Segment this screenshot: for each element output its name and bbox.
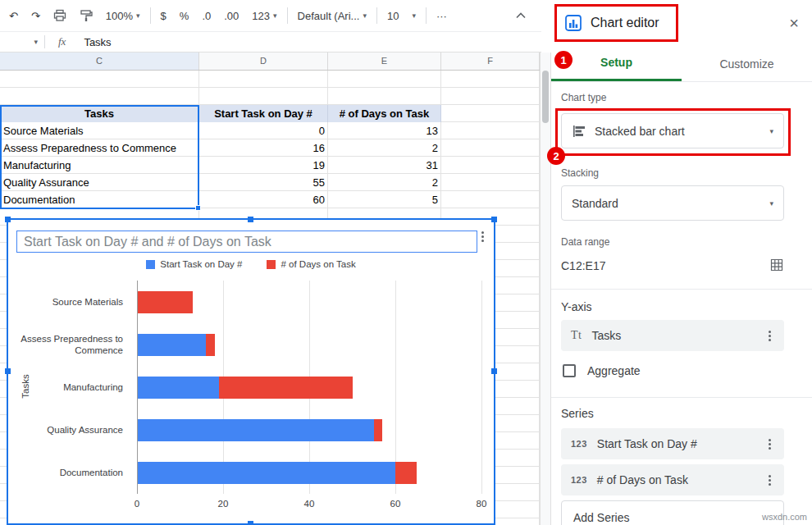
sheet-cell[interactable]: Documentation [0, 191, 199, 208]
series-field[interactable]: 123 Start Task on Day # [561, 428, 784, 459]
panel-header: Chart editor × [551, 0, 812, 46]
x-tick-label: 60 [390, 499, 401, 509]
sheet-cell[interactable]: 19 [199, 157, 328, 174]
chart-plot [137, 281, 481, 494]
resize-handle[interactable] [491, 368, 497, 374]
legend-swatch-red [267, 260, 276, 269]
legend-swatch-blue [146, 260, 155, 269]
chart-menu-button[interactable] [477, 230, 487, 247]
chart-type-value: Stacked bar chart [595, 125, 685, 138]
aggregate-checkbox[interactable] [563, 364, 576, 377]
chart-editor-panel: Chart editor × Setup Customize Chart typ… [551, 0, 812, 525]
bar-row [137, 451, 481, 494]
y-axis-section-label: Y-axis [561, 300, 592, 313]
x-tick-label: 20 [218, 499, 229, 509]
gridline [137, 281, 138, 494]
sheet-cell[interactable]: Manufacturing [0, 157, 199, 174]
legend-item: # of Days on Task [267, 259, 355, 269]
sheet-cell[interactable]: 13 [328, 122, 441, 139]
table-header-cell[interactable]: Tasks [0, 105, 199, 122]
sheet-cell[interactable]: Assess Preparedness to Commence [0, 139, 199, 157]
y-axis-field[interactable]: Tt Tasks [561, 320, 784, 351]
bar-segment [137, 334, 206, 356]
kebab-menu-icon [477, 230, 487, 244]
section-divider [551, 397, 812, 398]
legend-label: # of Days on Task [281, 259, 355, 269]
tab-customize[interactable]: Customize [682, 46, 812, 81]
google-sheets-app: ↶ ↷ 100% ▾ $ % .0 .00 123 ▾ Default (Ari… [0, 0, 812, 525]
watermark: wsxdn.com [762, 512, 807, 522]
sheet-cell[interactable]: 2 [328, 174, 441, 191]
bar-segment [219, 377, 353, 399]
bar-row [137, 281, 481, 323]
bar-segment [206, 334, 215, 356]
kebab-menu-icon[interactable] [764, 437, 774, 451]
chart-title[interactable]: Start Task on Day # and # of Days on Tas… [16, 231, 477, 253]
sheet-cell[interactable]: 55 [199, 174, 328, 191]
resize-handle[interactable] [5, 368, 11, 374]
series-field[interactable]: 123 # of Days on Task [561, 464, 784, 495]
chart-type-label: Chart type [561, 92, 606, 103]
stacked-bar-chart-icon [572, 124, 586, 139]
table-header-cell[interactable]: Start Task on Day # [199, 105, 328, 122]
bar-segment [137, 462, 395, 484]
x-tick-label: 0 [135, 499, 139, 509]
table-header-cell[interactable]: # of Days on Task [328, 105, 441, 122]
sheet-cell[interactable]: 2 [328, 139, 441, 157]
bar-segment [137, 377, 219, 399]
kebab-menu-icon[interactable] [764, 473, 774, 487]
bar-row [137, 409, 481, 451]
resize-handle[interactable] [491, 217, 497, 222]
number-type-icon: 123 [571, 475, 587, 485]
close-icon[interactable]: × [789, 15, 799, 31]
series-value: Start Task on Day # [597, 437, 697, 450]
scrollbar-thumb[interactable] [542, 71, 549, 123]
chevron-down-icon: ▾ [769, 199, 773, 208]
series-value: # of Days on Task [597, 473, 688, 486]
vertical-scrollbar[interactable] [540, 52, 551, 525]
resize-handle[interactable] [248, 521, 253, 525]
chart-editor-icon [564, 14, 582, 32]
embedded-chart[interactable]: Start Task on Day # and # of Days on Tas… [7, 218, 495, 525]
add-series-button[interactable]: Add Series [561, 500, 784, 525]
sheet-cell[interactable]: 16 [199, 139, 328, 157]
legend-item: Start Task on Day # [146, 259, 242, 269]
legend-label: Start Task on Day # [160, 259, 242, 269]
bar-segment [395, 462, 417, 484]
data-range-label: Data range [561, 236, 609, 248]
resize-handle[interactable] [248, 217, 253, 222]
select-range-button[interactable] [769, 258, 784, 275]
x-tick-label: 40 [304, 499, 315, 509]
stacking-value: Standard [572, 197, 618, 210]
aggregate-label: Aggregate [587, 364, 641, 377]
annotation-step-1: 1 [554, 51, 573, 69]
chart-plot-rows [137, 281, 481, 494]
category-label: Documentation [11, 451, 131, 494]
resize-handle[interactable] [5, 217, 11, 222]
data-range-value: C12:E17 [561, 259, 605, 272]
stacking-label: Stacking [561, 167, 599, 179]
grid-icon [769, 258, 784, 272]
fill-handle[interactable] [195, 205, 201, 211]
bar-segment [137, 419, 374, 441]
bar-segment [374, 419, 383, 441]
stacking-dropdown[interactable]: Standard ▾ [561, 185, 784, 221]
sheet-cell[interactable]: Quality Assurance [0, 174, 199, 191]
panel-title: Chart editor [591, 16, 659, 30]
chevron-down-icon: ▾ [769, 127, 773, 135]
chart-type-dropdown[interactable]: Stacked bar chart ▾ [561, 113, 784, 148]
chart-x-ticks: 020406080 [137, 499, 481, 512]
kebab-menu-icon[interactable] [764, 329, 774, 343]
bar-row [137, 366, 481, 409]
gridline [481, 281, 482, 494]
data-range-row[interactable]: C12:E17 [561, 254, 784, 277]
sheet-cell[interactable]: 60 [199, 191, 328, 208]
panel-tabs: Setup Customize [551, 46, 812, 82]
sheet-cell[interactable]: 0 [199, 122, 328, 139]
bar-segment [137, 291, 193, 313]
sheet-cell[interactable]: 5 [328, 191, 441, 208]
sheet-cell[interactable]: 31 [328, 157, 441, 174]
x-tick-label: 80 [477, 499, 487, 509]
number-type-icon: 123 [571, 439, 587, 449]
sheet-cell[interactable]: Source Materials [0, 122, 199, 139]
